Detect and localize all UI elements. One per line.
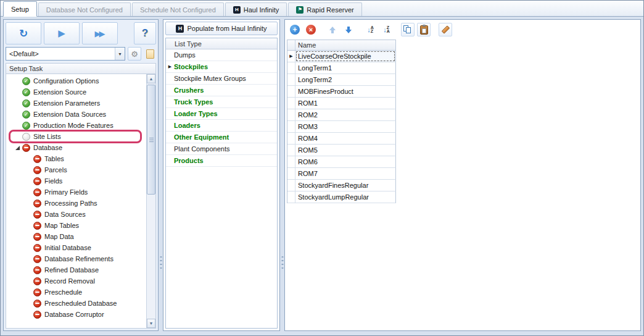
scroll-up-button[interactable]: ▲	[147, 74, 155, 83]
name-cell[interactable]: ROM7	[295, 168, 395, 179]
table-row-stockyardlumpregular[interactable]: StockyardLumpRegular	[287, 191, 396, 203]
task-row-database-corruptor[interactable]: Database Corruptor	[6, 309, 155, 320]
move-down-button[interactable]	[342, 23, 355, 36]
tab-schedule-not-configured[interactable]: Schedule Not Configured	[132, 2, 224, 16]
task-row-tables[interactable]: Tables	[6, 153, 155, 164]
list-item-plant-components[interactable]: Plant Components	[166, 143, 277, 155]
task-row-database-refinements[interactable]: Database Refinements	[6, 253, 155, 264]
copy-button[interactable]	[401, 23, 415, 36]
table-row-rom4[interactable]: ROM4	[287, 133, 396, 145]
task-row-refined-database[interactable]: Refined Database	[6, 264, 155, 275]
tab-setup[interactable]: Setup	[3, 1, 37, 17]
task-label: Record Removal	[41, 277, 95, 285]
task-row-initial-database[interactable]: Initial Database	[6, 242, 155, 253]
tab-database-not-configured[interactable]: Database Not Configured	[38, 2, 131, 16]
task-row-data-sources[interactable]: Data Sources	[6, 209, 155, 220]
refresh-button[interactable]: ↻	[6, 22, 41, 44]
list-type-list: List Type Dumps ▶ Stockpiles Stockpile M…	[165, 38, 278, 329]
name-cell[interactable]: LongTerm1	[295, 62, 395, 74]
name-cell[interactable]: ROM5	[295, 145, 395, 156]
list-item-loaders[interactable]: Loaders	[166, 120, 277, 132]
tab-rapid-reserver[interactable]: ⚑ Rapid Reserver	[288, 2, 361, 16]
task-row-production-mode-features[interactable]: ✓ Production Mode Features	[6, 120, 155, 131]
chevron-down-icon[interactable]: ▼	[115, 48, 125, 60]
table-row-rom5[interactable]: ROM5	[287, 145, 396, 156]
sort-descending-icon: ↓ ZA	[382, 26, 390, 33]
preset-dropdown[interactable]: <Default> ▼	[6, 47, 125, 61]
task-row-preschedule[interactable]: Preschedule	[6, 287, 155, 298]
paste-button[interactable]	[417, 23, 431, 36]
table-row-stockyardfinesregular[interactable]: StockyardFinesRegular	[287, 180, 396, 191]
tree-scrollbar[interactable]: ▲ ▼	[146, 74, 155, 328]
task-row-fields[interactable]: Fields	[6, 175, 155, 187]
task-row-extension-source[interactable]: ✓ Extension Source	[6, 86, 155, 98]
task-row-processing-paths[interactable]: Processing Paths	[6, 198, 155, 209]
name-cell[interactable]: MOBFinesProduct	[295, 86, 395, 97]
run-all-button[interactable]: ▶▶	[82, 22, 118, 44]
table-row-rom7[interactable]: ROM7	[287, 168, 396, 180]
table-row-mobfinesproduct[interactable]: MOBFinesProduct	[287, 86, 396, 98]
task-label: Processing Paths	[41, 200, 97, 207]
run-button[interactable]: ▶	[44, 22, 80, 44]
populate-from-haul-infinity-button[interactable]: H Populate from Haul Infinity	[165, 22, 278, 35]
list-item-label: Stockpile Mutex Groups	[174, 75, 246, 82]
splitter-right[interactable]	[280, 19, 284, 331]
name-cell[interactable]: ROM4	[295, 133, 395, 144]
task-row-map-data[interactable]: Map Data	[6, 231, 155, 242]
names-table-header[interactable]: Name	[287, 40, 396, 51]
sort-ascending-button[interactable]: ↓ AZ	[363, 23, 377, 36]
name-cell[interactable]: LongTerm2	[295, 74, 395, 85]
task-row-database[interactable]: Database	[6, 142, 155, 153]
name-cell[interactable]: StockyardLumpRegular	[295, 191, 395, 203]
list-item-crushers[interactable]: Crushers	[166, 85, 277, 96]
sort-descending-button[interactable]: ↓ ZA	[379, 23, 393, 36]
list-item-dumps[interactable]: Dumps	[166, 49, 277, 61]
table-row-longterm1[interactable]: LongTerm1	[287, 62, 396, 74]
scroll-down-button[interactable]: ▼	[147, 319, 155, 328]
task-row-parcels[interactable]: Parcels	[6, 164, 155, 175]
task-row-prescheduled-database[interactable]: Prescheduled Database	[6, 298, 155, 309]
name-cell[interactable]: ROM2	[295, 109, 395, 120]
list-item-truck-types[interactable]: Truck Types	[166, 96, 277, 108]
list-item-stockpiles[interactable]: ▶ Stockpiles	[166, 61, 277, 73]
name-cell[interactable]: ROM1	[295, 98, 395, 109]
name-cell[interactable]: ROM3	[295, 121, 395, 132]
delete-row-button[interactable]: ×	[304, 23, 318, 36]
list-item-other-equipment[interactable]: Other Equipment	[166, 132, 277, 143]
erase-button[interactable]	[439, 23, 452, 36]
help-button[interactable]: ?	[134, 22, 156, 44]
table-row-rom3[interactable]: ROM3	[287, 121, 396, 133]
task-row-site-lists[interactable]: Site Lists	[6, 131, 155, 142]
task-row-map-tables[interactable]: Map Tables	[6, 220, 155, 231]
move-up-button[interactable]	[326, 23, 339, 36]
list-item-loader-types[interactable]: Loader Types	[166, 108, 277, 120]
task-label: Configuration Options	[30, 77, 99, 85]
task-row-record-removal[interactable]: Record Removal	[6, 275, 155, 287]
table-row-rom2[interactable]: ROM2	[287, 109, 396, 121]
table-row-rom1[interactable]: ROM1	[287, 98, 396, 109]
scroll-thumb[interactable]	[147, 85, 155, 195]
collapse-icon[interactable]	[12, 146, 22, 150]
table-row-livecoarseorestockpile[interactable]: ▶ LiveCoarseOreStockpile	[287, 51, 396, 62]
name-cell[interactable]: StockyardFinesRegular	[295, 180, 395, 191]
status-done-icon: ✓	[22, 77, 30, 85]
names-toolbar: + × ↓ AZ	[287, 22, 638, 38]
name-cell[interactable]: LiveCoarseOreStockpile	[295, 51, 395, 62]
table-row-longterm2[interactable]: LongTerm2	[287, 74, 396, 86]
splitter-left[interactable]	[159, 19, 163, 331]
tab-haul-infinity[interactable]: H Haul Infinity	[225, 2, 287, 16]
add-icon: +	[290, 25, 300, 35]
task-row-configuration-options[interactable]: ✓ Configuration Options	[6, 75, 155, 86]
notes-button[interactable]	[144, 47, 156, 61]
table-row-rom6[interactable]: ROM6	[287, 156, 396, 168]
task-row-extension-data-sources[interactable]: ✓ Extension Data Sources	[6, 109, 155, 120]
task-row-extension-parameters[interactable]: ✓ Extension Parameters	[6, 98, 155, 109]
add-row-button[interactable]: +	[288, 23, 302, 36]
settings-button[interactable]: ⚙	[128, 47, 141, 61]
list-item-stockpile-mutex-groups[interactable]: Stockpile Mutex Groups	[166, 73, 277, 85]
task-label: Site Lists	[30, 133, 61, 140]
run-icon: ▶	[58, 28, 65, 39]
task-row-primary-fields[interactable]: Primary Fields	[6, 187, 155, 198]
name-cell[interactable]: ROM6	[295, 156, 395, 167]
list-item-products[interactable]: Products	[166, 155, 277, 167]
